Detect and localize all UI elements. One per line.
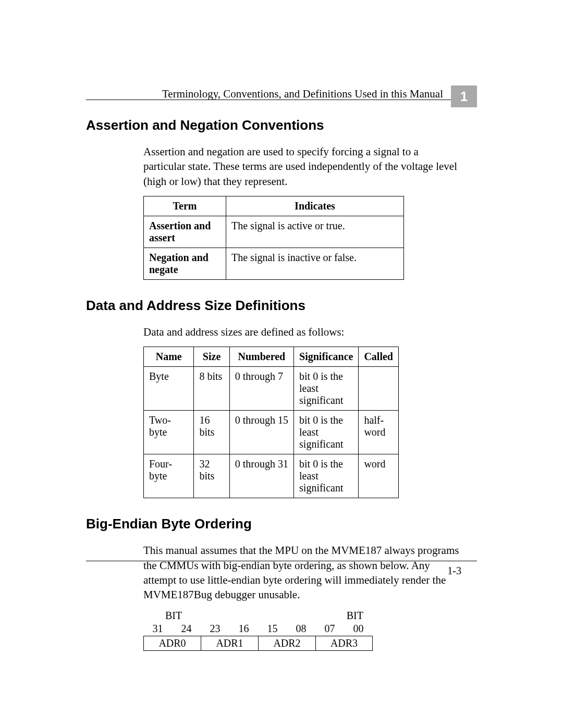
table-row: Four-byte 32 bits 0 through 31 bit 0 is … [144,454,399,498]
th-name: Name [144,347,194,367]
bit-label-right: BIT [347,610,363,622]
header-rule [86,100,477,100]
cell-name: Four-byte [144,454,194,498]
cell-numbered: 0 through 31 [229,454,293,498]
cell-indicates: The signal is inactive or false. [226,248,404,280]
bit-num: 15 [258,623,287,635]
th-called: Called [359,347,399,367]
bit-num: 31 [143,623,172,635]
table-row: Negation and negate The signal is inacti… [144,248,404,280]
bit-num: 08 [287,623,315,635]
content-area: Assertion and Negation Conventions Asser… [86,117,461,651]
adr-cell: ADR1 [201,636,258,651]
th-significance: Significance [294,347,359,367]
cell-significance: bit 0 is the least significant [294,367,359,411]
section-para-endian: This manual assumes that the MPU on the … [143,543,461,602]
section-para-assertion: Assertion and negation are used to speci… [143,144,461,189]
running-header: Terminology, Conventions, and Definition… [162,88,443,101]
adr-cell: ADR3 [315,636,373,651]
cell-size: 16 bits [194,411,229,454]
cell-called: half-word [359,411,399,454]
cell-indicates: The signal is active or true. [226,216,404,248]
bit-label-row: BIT BIT [143,610,373,622]
cell-significance: bit 0 is the least significant [294,411,359,454]
bit-num: 24 [172,623,201,635]
bit-num: 07 [315,623,344,635]
datasize-table: Name Size Numbered Significance Called B… [143,347,399,498]
footer-rule [86,561,477,561]
table-row: Byte 8 bits 0 through 7 bit 0 is the lea… [144,367,399,411]
section-para-datasize: Data and address sizes are defined as fo… [143,325,461,339]
adr-cell: ADR2 [258,636,315,651]
adr-row: ADR0 ADR1 ADR2 ADR3 [143,636,373,651]
cell-numbered: 0 through 15 [229,411,293,454]
table-row: Assertion and assert The signal is activ… [144,216,404,248]
cell-significance: bit 0 is the least significant [294,454,359,498]
cell-name: Two-byte [144,411,194,454]
cell-name: Byte [144,367,194,411]
cell-term: Negation and negate [144,248,226,280]
th-size: Size [194,347,229,367]
cell-called: word [359,454,399,498]
section-heading-assertion: Assertion and Negation Conventions [86,117,461,133]
cell-numbered: 0 through 7 [229,367,293,411]
bit-label-left: BIT [165,610,182,622]
page-number: 1-3 [447,565,461,577]
cell-size: 32 bits [194,454,229,498]
page: Terminology, Conventions, and Definition… [0,0,563,728]
th-term: Term [144,196,226,216]
table-header-row: Name Size Numbered Significance Called [144,347,399,367]
th-numbered: Numbered [229,347,293,367]
th-indicates: Indicates [226,196,404,216]
assertion-table: Term Indicates Assertion and assert The … [143,196,404,280]
endian-diagram: BIT BIT 31 24 23 16 15 08 07 00 ADR0 ADR… [143,610,373,651]
cell-term: Assertion and assert [144,216,226,248]
cell-called [359,367,399,411]
table-row: Two-byte 16 bits 0 through 15 bit 0 is t… [144,411,399,454]
adr-cell: ADR0 [143,636,201,651]
chapter-tab: 1 [451,85,477,107]
bit-num: 16 [229,623,258,635]
table-header-row: Term Indicates [144,196,404,216]
bit-num: 23 [201,623,229,635]
bit-num: 00 [344,623,373,635]
bit-number-row: 31 24 23 16 15 08 07 00 [143,623,373,635]
section-heading-endian: Big-Endian Byte Ordering [86,516,461,532]
section-heading-datasize: Data and Address Size Definitions [86,298,461,314]
cell-size: 8 bits [194,367,229,411]
